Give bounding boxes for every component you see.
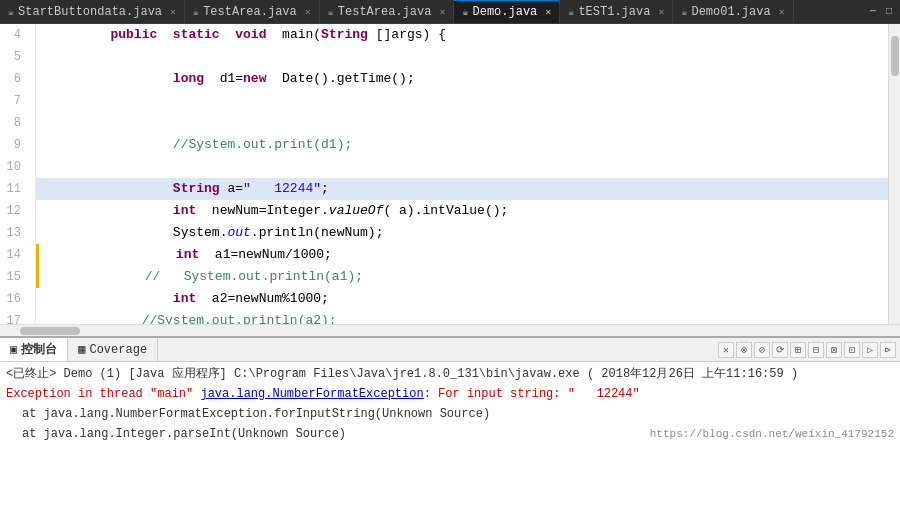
code-line-14: int a1=newNum/1000; — [36, 244, 888, 266]
tab-close-btn[interactable]: ✕ — [545, 6, 551, 18]
h-scroll-thumb[interactable] — [20, 327, 80, 335]
line-num-7: 7 — [0, 90, 27, 112]
code-line-8 — [36, 112, 888, 134]
tab-label: TestArea.java — [203, 5, 297, 19]
code-line-17: //System.out.println(a2); — [36, 310, 888, 324]
line-num-5: 5 — [0, 46, 27, 68]
toolbar-btn-5[interactable]: ⊞ — [790, 342, 806, 358]
tab-demo01[interactable]: ☕ Demo01.java ✕ — [673, 0, 793, 23]
code-line-10 — [36, 156, 888, 178]
horizontal-scrollbar[interactable] — [0, 324, 900, 336]
code-line-7 — [36, 90, 888, 112]
code-lines[interactable]: public static void main( String []args) … — [36, 24, 888, 324]
tab-close-btn[interactable]: ✕ — [658, 6, 664, 18]
vertical-scrollbar[interactable] — [888, 24, 900, 324]
panel-tab-label: 控制台 — [21, 341, 57, 358]
code-line-9: //System.out.print(d1); — [36, 134, 888, 156]
scroll-thumb[interactable] — [891, 36, 899, 76]
line-numbers: 4 5 6 7 8 9 10 11 12 13 14 15 16 17 18 1… — [0, 24, 36, 324]
toolbar-btn-1[interactable]: ✕ — [718, 342, 734, 358]
code-line-4: public static void main( String []args) … — [36, 24, 888, 46]
terminated-status: <已终止> Demo (1) [Java 应用程序] C:\Program Fi… — [6, 364, 894, 384]
tab-demo[interactable]: ☕ Demo.java ✕ — [454, 0, 560, 23]
toolbar-btn-7[interactable]: ⊠ — [826, 342, 842, 358]
toolbar-btn-10[interactable]: ⊳ — [880, 342, 896, 358]
code-line-5 — [36, 46, 888, 68]
coverage-icon: ▦ — [78, 342, 85, 357]
line-num-10: 10 — [0, 156, 27, 178]
tab-close-btn[interactable]: ✕ — [439, 6, 445, 18]
tab-startbuttondata[interactable]: ☕ StartButtondata.java ✕ — [0, 0, 185, 23]
toolbar-btn-6[interactable]: ⊟ — [808, 342, 824, 358]
csdn-link[interactable]: https://blog.csdn.net/weixin_41792152 — [650, 424, 894, 444]
panel-tab-label-2: Coverage — [89, 343, 147, 357]
tab-testarea2[interactable]: ☕ TestArea.java ✕ — [320, 0, 455, 23]
line-num-6: 6 — [0, 68, 27, 90]
exception-link[interactable]: java.lang.NumberFormatException — [200, 387, 423, 401]
toolbar-btn-3[interactable]: ⊘ — [754, 342, 770, 358]
code-line-12: int newNum=Integer. valueOf ( a).intValu… — [36, 200, 888, 222]
tab-testarea1[interactable]: ☕ TestArea.java ✕ — [185, 0, 320, 23]
toolbar-btn-2[interactable]: ⊗ — [736, 342, 752, 358]
line-num-13: 13 — [0, 222, 27, 244]
java-icon: ☕ — [8, 6, 14, 18]
line-num-12: 12 — [0, 200, 27, 222]
panel-tabs: ▣ 控制台 ▦ Coverage ✕ ⊗ ⊘ ⟳ ⊞ ⊟ ⊠ ⊡ ▷ ⊳ — [0, 338, 900, 362]
line-num-9: 9 — [0, 134, 27, 156]
line-num-15: 15 — [0, 266, 27, 288]
code-line-11: String a= " 12244" ; — [36, 178, 888, 200]
maximize-btn[interactable]: □ — [882, 5, 896, 19]
tab-close-btn[interactable]: ✕ — [779, 6, 785, 18]
tab-label: Demo01.java — [691, 5, 770, 19]
line-num-8: 8 — [0, 112, 27, 134]
toolbar-btn-9[interactable]: ▷ — [862, 342, 878, 358]
tab-close-btn[interactable]: ✕ — [170, 6, 176, 18]
tab-label: StartButtondata.java — [18, 5, 162, 19]
code-line-16: int a2=newNum%1000; — [36, 288, 888, 310]
panel-content: <已终止> Demo (1) [Java 应用程序] C:\Program Fi… — [0, 362, 900, 516]
code-line-13: System. out .println(newNum); — [36, 222, 888, 244]
error-line-3: at java.lang.Integer.parseInt(Unknown So… — [6, 424, 894, 444]
line-num-16: 16 — [0, 288, 27, 310]
tab-label: TestArea.java — [338, 5, 432, 19]
toolbar-btn-8[interactable]: ⊡ — [844, 342, 860, 358]
tab-bar: ☕ StartButtondata.java ✕ ☕ TestArea.java… — [0, 0, 900, 24]
line-num-11: 11 — [0, 178, 27, 200]
tab-test1[interactable]: ☕ tEST1.java ✕ — [560, 0, 673, 23]
code-line-6: long d1= new Date().getTime(); — [36, 68, 888, 90]
tab-label: tEST1.java — [578, 5, 650, 19]
bottom-panel: ▣ 控制台 ▦ Coverage ✕ ⊗ ⊘ ⟳ ⊞ ⊟ ⊠ ⊡ ▷ ⊳ <已终… — [0, 336, 900, 516]
line-num-4: 4 — [0, 24, 27, 46]
java-icon-3: ☕ — [328, 6, 334, 18]
java-icon-4: ☕ — [462, 6, 468, 18]
tab-label: Demo.java — [473, 5, 538, 19]
java-icon-5: ☕ — [568, 6, 574, 18]
panel-tab-console[interactable]: ▣ 控制台 — [0, 338, 68, 361]
line-num-17: 17 — [0, 310, 27, 324]
java-icon-2: ☕ — [193, 6, 199, 18]
line-num-14: 14 — [0, 244, 27, 266]
panel-toolbar: ✕ ⊗ ⊘ ⟳ ⊞ ⊟ ⊠ ⊡ ▷ ⊳ — [718, 342, 900, 358]
code-container[interactable]: 4 5 6 7 8 9 10 11 12 13 14 15 16 17 18 1… — [0, 24, 888, 324]
window-controls: ─ □ — [866, 5, 900, 19]
tab-close-btn[interactable]: ✕ — [305, 6, 311, 18]
error-line-1: Exception in thread "main" java.lang.Num… — [6, 384, 894, 404]
panel-tab-coverage[interactable]: ▦ Coverage — [68, 338, 158, 361]
code-line-15: // System.out.println(a1); — [36, 266, 888, 288]
editor-area: 4 5 6 7 8 9 10 11 12 13 14 15 16 17 18 1… — [0, 24, 900, 336]
java-icon-6: ☕ — [681, 6, 687, 18]
error-line-2: at java.lang.NumberFormatException.forIn… — [6, 404, 894, 424]
minimize-btn[interactable]: ─ — [866, 5, 880, 19]
console-icon: ▣ — [10, 342, 17, 357]
toolbar-btn-4[interactable]: ⟳ — [772, 342, 788, 358]
